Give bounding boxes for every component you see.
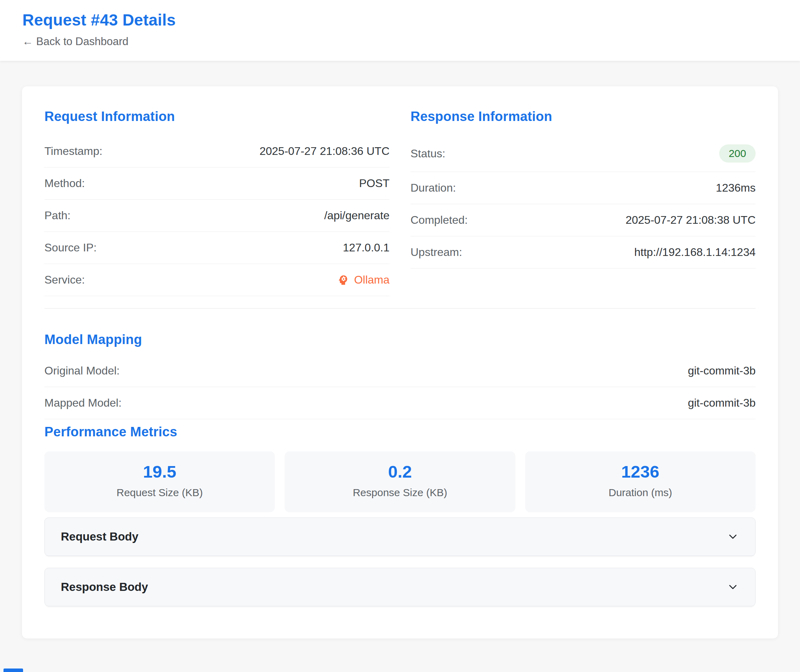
path-label: Path: (45, 209, 70, 222)
status-badge: 200 (719, 144, 755, 163)
service-label: Service: (45, 273, 85, 287)
response-information-section: Response Information Status: 200 Duratio… (411, 108, 755, 296)
timestamp-row: Timestamp: 2025-07-27 21:08:36 UTC (45, 135, 389, 168)
mapped-model-label: Mapped Model: (45, 396, 122, 410)
service-name: Ollama (354, 273, 389, 287)
request-details-card: Request Information Timestamp: 2025-07-2… (22, 86, 778, 638)
source-ip-value: 127.0.0.1 (343, 241, 389, 254)
service-row: Service: Ollama (45, 264, 389, 296)
response-body-label: Response Body (61, 580, 148, 594)
timestamp-value: 2025-07-27 21:08:36 UTC (259, 144, 389, 158)
page-title: Request #43 Details (22, 11, 778, 29)
original-model-value: git-commit-3b (688, 364, 755, 378)
response-size-value: 0.2 (288, 462, 512, 482)
model-mapping-heading: Model Mapping (45, 331, 755, 348)
upstream-row: Upstream: http://192.168.1.14:1234 (411, 236, 755, 269)
response-information-heading: Response Information (411, 108, 755, 125)
timestamp-label: Timestamp: (45, 144, 102, 158)
completed-row: Completed: 2025-07-27 21:08:38 UTC (411, 204, 755, 236)
response-size-label: Response Size (KB) (288, 486, 512, 499)
completed-value: 2025-07-27 21:08:38 UTC (626, 213, 755, 227)
request-body-toggle[interactable]: Request Body (45, 517, 755, 556)
duration-metric-value: 1236 (529, 462, 752, 482)
chevron-down-icon (726, 581, 739, 593)
request-size-value: 19.5 (48, 462, 271, 482)
request-size-label: Request Size (KB) (48, 486, 271, 499)
section-divider (45, 308, 755, 309)
upstream-label: Upstream: (411, 245, 462, 259)
request-body-label: Request Body (61, 530, 138, 544)
method-value: POST (359, 176, 389, 190)
head-with-gear-icon (337, 274, 349, 286)
chevron-down-icon (726, 530, 739, 543)
path-value: /api/generate (324, 209, 389, 222)
completed-label: Completed: (411, 213, 468, 227)
status-row: Status: 200 (411, 135, 755, 172)
service-value: Ollama (337, 273, 389, 287)
method-label: Method: (45, 176, 85, 190)
request-information-heading: Request Information (45, 108, 389, 125)
duration-metric-card: 1236 Duration (ms) (525, 451, 755, 512)
status-label: Status: (411, 147, 445, 160)
duration-value: 1236ms (716, 181, 755, 195)
response-body-toggle[interactable]: Response Body (45, 568, 755, 606)
mapped-model-row: Mapped Model: git-commit-3b (45, 387, 755, 419)
path-row: Path: /api/generate (45, 200, 389, 232)
info-grid: Request Information Timestamp: 2025-07-2… (45, 108, 755, 296)
performance-metrics-section: Performance Metrics 19.5 Request Size (K… (45, 423, 755, 512)
request-information-section: Request Information Timestamp: 2025-07-2… (45, 108, 389, 296)
duration-row: Duration: 1236ms (411, 172, 755, 204)
source-ip-row: Source IP: 127.0.0.1 (45, 232, 389, 264)
original-model-label: Original Model: (45, 364, 120, 378)
page-header: Request #43 Details ← Back to Dashboard (0, 0, 800, 61)
bottom-cutoff-element (3, 669, 23, 672)
duration-label: Duration: (411, 181, 456, 195)
original-model-row: Original Model: git-commit-3b (45, 355, 755, 387)
source-ip-label: Source IP: (45, 241, 96, 254)
request-size-metric-card: 19.5 Request Size (KB) (45, 451, 275, 512)
duration-metric-label: Duration (ms) (529, 486, 752, 499)
mapped-model-value: git-commit-3b (688, 396, 755, 410)
metrics-row: 19.5 Request Size (KB) 0.2 Response Size… (45, 451, 755, 512)
method-row: Method: POST (45, 168, 389, 200)
model-mapping-section: Model Mapping Original Model: git-commit… (45, 331, 755, 419)
performance-metrics-heading: Performance Metrics (45, 423, 755, 440)
response-size-metric-card: 0.2 Response Size (KB) (285, 451, 515, 512)
back-to-dashboard-link[interactable]: ← Back to Dashboard (22, 35, 128, 48)
upstream-value: http://192.168.1.14:1234 (634, 245, 755, 259)
